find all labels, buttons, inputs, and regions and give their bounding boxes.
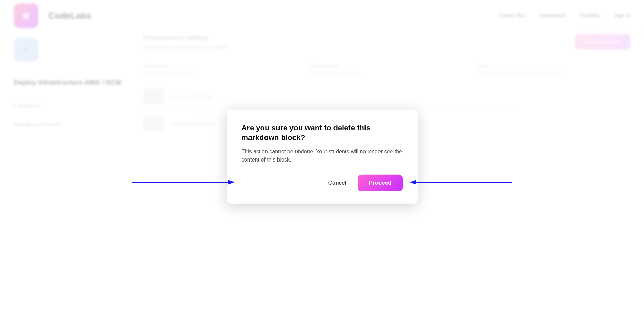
arrow-to-cancel xyxy=(132,177,235,188)
cancel-button[interactable]: Cancel xyxy=(322,176,352,190)
dialog-title: Are you sure you want to delete this mar… xyxy=(242,123,403,142)
dialog-actions: Cancel Proceed xyxy=(242,174,403,191)
proceed-button[interactable]: Proceed xyxy=(358,174,402,191)
arrow-from-proceed xyxy=(410,177,512,188)
svg-marker-3 xyxy=(410,180,416,184)
dialog-body: This action cannot be undone. Your stude… xyxy=(242,147,403,164)
svg-marker-1 xyxy=(228,180,235,184)
confirm-dialog: Are you sure you want to delete this mar… xyxy=(227,109,418,203)
